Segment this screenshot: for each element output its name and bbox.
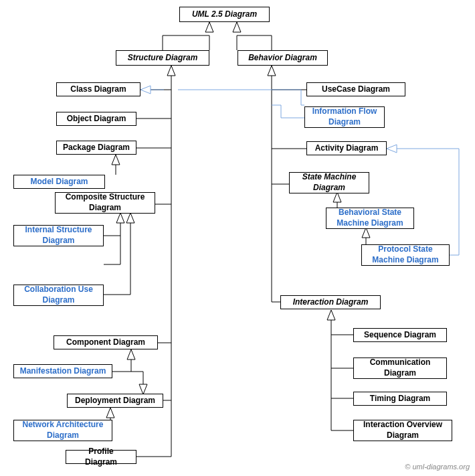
model-diagram: Model Diagram xyxy=(13,175,105,189)
class-diagram: Class Diagram xyxy=(56,82,140,96)
uml-root: UML 2.5 Diagram xyxy=(179,7,270,22)
svg-marker-0 xyxy=(205,22,213,32)
usecase-diagram: UseCase Diagram xyxy=(306,82,405,96)
package-diagram: Package Diagram xyxy=(56,141,136,155)
behavioral-state-machine-diagram: Behavioral State Machine Diagram xyxy=(326,208,414,229)
svg-marker-14 xyxy=(327,310,335,320)
state-machine-diagram: State Machine Diagram xyxy=(289,172,369,193)
svg-marker-7 xyxy=(139,384,147,394)
component-diagram: Component Diagram xyxy=(54,335,158,349)
svg-marker-13 xyxy=(387,145,397,153)
collaboration-use-diagram: Collaboration Use Diagram xyxy=(13,285,104,306)
information-flow-diagram: Information Flow Diagram xyxy=(304,106,385,128)
svg-marker-9 xyxy=(268,66,276,76)
svg-marker-1 xyxy=(233,22,241,32)
activity-diagram: Activity Diagram xyxy=(306,141,387,155)
svg-marker-12 xyxy=(362,228,370,238)
composite-structure-diagram: Composite Structure Diagram xyxy=(55,192,155,214)
svg-marker-10 xyxy=(140,86,151,94)
svg-marker-4 xyxy=(116,213,124,223)
copyright-text: © uml-diagrams.org xyxy=(405,463,470,471)
svg-marker-8 xyxy=(106,408,114,418)
deployment-diagram: Deployment Diagram xyxy=(67,394,163,408)
sequence-diagram: Sequence Diagram xyxy=(353,328,447,342)
interaction-overview-diagram: Interaction Overview Diagram xyxy=(353,420,452,441)
svg-marker-6 xyxy=(127,349,135,360)
object-diagram: Object Diagram xyxy=(56,112,136,126)
protocol-state-machine-diagram: Protocol State Machine Diagram xyxy=(361,244,450,266)
internal-structure-diagram: Internal Structure Diagram xyxy=(13,225,104,246)
behavior-diagram: Behavior Diagram xyxy=(238,50,328,66)
svg-marker-5 xyxy=(126,213,134,223)
svg-marker-3 xyxy=(112,155,120,165)
manifestation-diagram: Manifestation Diagram xyxy=(13,364,112,378)
communication-diagram: Communication Diagram xyxy=(353,358,447,379)
profile-diagram: Profile Diagram xyxy=(66,450,136,464)
svg-marker-11 xyxy=(333,192,341,202)
timing-diagram: Timing Diagram xyxy=(353,392,447,406)
svg-marker-2 xyxy=(167,66,175,76)
network-architecture-diagram: Network Architecture Diagram xyxy=(13,420,112,441)
structure-diagram: Structure Diagram xyxy=(116,50,209,66)
interaction-diagram: Interaction Diagram xyxy=(280,295,381,309)
